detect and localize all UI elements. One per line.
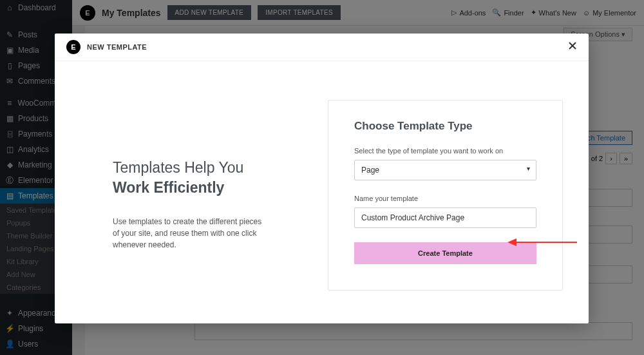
template-type-select[interactable]: Page bbox=[354, 160, 536, 180]
modal-body: Templates Help You Work Efficiently Use … bbox=[55, 61, 589, 316]
close-icon bbox=[568, 41, 577, 50]
template-name-input[interactable] bbox=[354, 207, 536, 228]
heading-line2: Work Efficiently bbox=[113, 178, 302, 198]
modal-title: NEW TEMPLATE bbox=[87, 43, 147, 51]
modal-form: Choose Template Type Select the type of … bbox=[328, 100, 563, 291]
modal-header: E NEW TEMPLATE bbox=[55, 34, 589, 61]
name-label: Name your template bbox=[354, 195, 536, 202]
close-button[interactable] bbox=[568, 41, 577, 53]
template-type-select-wrap: Page bbox=[354, 160, 536, 180]
modal-left-column: Templates Help You Work Efficiently Use … bbox=[80, 100, 302, 291]
heading-line1: Templates Help You bbox=[113, 159, 243, 176]
new-template-modal: E NEW TEMPLATE Templates Help You Work E… bbox=[55, 34, 589, 323]
modal-description: Use templates to create the different pi… bbox=[113, 216, 267, 251]
elementor-logo-icon: E bbox=[66, 40, 80, 54]
create-template-button[interactable]: Create Template bbox=[354, 242, 536, 264]
modal-heading: Templates Help You Work Efficiently bbox=[113, 158, 302, 198]
select-label: Select the type of template you want to … bbox=[354, 147, 536, 155]
form-title: Choose Template Type bbox=[354, 120, 536, 133]
